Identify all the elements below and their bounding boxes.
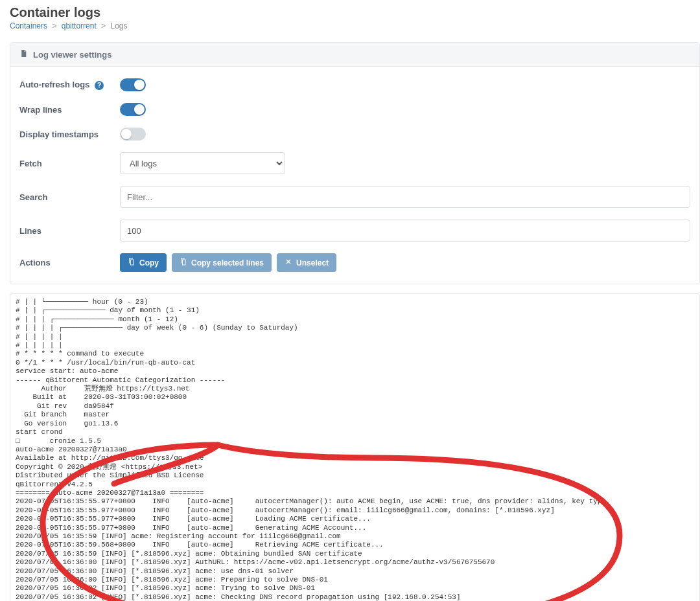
fetch-select[interactable]: All logs — [120, 152, 285, 174]
log-line[interactable]: # | | └────────── hour (0 - 23) — [16, 298, 694, 306]
display-timestamps-label: Display timestamps — [19, 130, 120, 139]
copy-icon — [128, 258, 135, 267]
wrap-lines-label: Wrap lines — [19, 105, 120, 115]
log-line[interactable]: 2020-07-05T16:35:55.977+0800 INFO [auto-… — [16, 506, 694, 515]
close-icon — [285, 258, 292, 267]
wrap-lines-toggle[interactable] — [120, 103, 146, 116]
search-input[interactable] — [120, 186, 690, 208]
actions-label: Actions — [19, 258, 120, 267]
chevron-right-icon: > — [52, 21, 56, 30]
log-line[interactable]: # | | ┌────────────── day of month (1 - … — [16, 306, 694, 315]
copy-button[interactable]: Copy — [120, 253, 167, 272]
log-line[interactable]: 2020-07-05T16:35:55.977+0800 INFO [auto-… — [16, 515, 694, 523]
log-line[interactable]: start crond — [16, 428, 694, 437]
log-viewer-settings-panel: Log viewer settings Auto-refresh logs ? … — [10, 42, 700, 284]
log-line[interactable]: Built at 2020-03-31T03:00:02+0800 — [16, 393, 694, 402]
log-line[interactable]: 0 */1 * * * /usr/local/bin/run-qb-auto-c… — [16, 359, 694, 367]
page-title: Container logs — [10, 5, 700, 20]
document-icon — [19, 49, 28, 60]
log-line[interactable]: 2020-07-05T16:35:55.977+0800 INFO [auto-… — [16, 497, 694, 506]
log-line[interactable]: Distributed under the Simplified BSD Lic… — [16, 471, 694, 480]
log-output[interactable]: # | | └────────── hour (0 - 23)# | | ┌──… — [10, 293, 700, 601]
log-line[interactable]: Author 荒野無燈 https://ttys3.net — [16, 385, 694, 393]
log-line[interactable]: Available at http://github.com/ttys3/go-… — [16, 454, 694, 462]
log-line[interactable]: Go version go1.13.6 — [16, 420, 694, 428]
copy-selected-lines-button[interactable]: Copy selected lines — [172, 253, 272, 272]
copy-selected-button-label: Copy selected lines — [191, 258, 264, 267]
breadcrumb-containers[interactable]: Containers — [10, 21, 47, 30]
lines-input[interactable] — [120, 220, 690, 242]
log-line[interactable]: □ cronie 1.5.5 — [16, 437, 694, 446]
log-line[interactable]: 2020/07/05 16:36:00 [INFO] [*.818596.xyz… — [16, 576, 694, 584]
help-icon[interactable]: ? — [95, 81, 104, 90]
search-label: Search — [19, 192, 120, 202]
log-line[interactable]: 2020/07/05 16:36:00 [INFO] [*.818596.xyz… — [16, 558, 694, 567]
log-line[interactable]: auto-acme 20200327@71a13a0 — [16, 446, 694, 454]
log-line[interactable]: service start: auto-acme — [16, 367, 694, 376]
log-line[interactable]: qBittorrent v4.2.5 — [16, 481, 694, 489]
log-line[interactable]: 2020/07/05 16:36:02 [INFO] [*.818596.xyz… — [16, 584, 694, 593]
log-line[interactable]: # | | | ┌────────────── month (1 - 12) — [16, 315, 694, 324]
copy-button-label: Copy — [139, 258, 159, 267]
log-line[interactable]: 2020-07-05T16:35:55.977+0800 INFO [auto-… — [16, 524, 694, 532]
log-line[interactable]: ======== auto-acme 20200327@71a13a0 ====… — [16, 489, 694, 497]
panel-header-label: Log viewer settings — [33, 50, 111, 60]
log-line[interactable]: 2020/07/05 16:36:02 [INFO] [*.818596.xyz… — [16, 593, 694, 601]
breadcrumb: Containers > qbittorrent > Logs — [10, 21, 700, 30]
log-line[interactable]: # | | | | ┌────────────── day of week (0… — [16, 324, 694, 332]
chevron-right-icon: > — [101, 21, 106, 30]
log-line[interactable]: Copyright © 2020 荒野無燈 <https://ttys3.net… — [16, 463, 694, 471]
lines-label: Lines — [19, 226, 120, 236]
unselect-button[interactable]: Unselect — [277, 253, 336, 272]
auto-refresh-label: Auto-refresh logs ? — [19, 80, 120, 90]
auto-refresh-toggle[interactable] — [120, 78, 146, 91]
breadcrumb-current: Logs — [110, 21, 127, 30]
log-line[interactable]: 2020-07-05T16:35:59.568+0800 INFO [auto-… — [16, 541, 694, 549]
log-line[interactable]: Git branch master — [16, 411, 694, 419]
panel-header: Log viewer settings — [10, 43, 699, 67]
unselect-button-label: Unselect — [296, 258, 329, 267]
fetch-label: Fetch — [19, 159, 120, 168]
copy-icon — [180, 258, 187, 267]
log-line[interactable]: 2020/07/05 16:36:00 [INFO] [*.818596.xyz… — [16, 567, 694, 576]
display-timestamps-toggle[interactable] — [120, 128, 146, 141]
log-line[interactable]: 2020/07/05 16:35:59 [INFO] [*.818596.xyz… — [16, 550, 694, 558]
log-line[interactable]: # | | | | | — [16, 341, 694, 350]
log-line[interactable]: 2020/07/05 16:35:59 [INFO] acme: Registe… — [16, 532, 694, 541]
log-line[interactable]: # * * * * * command to execute — [16, 350, 694, 358]
log-line[interactable]: # | | | | | — [16, 333, 694, 341]
breadcrumb-container-name[interactable]: qbittorrent — [62, 21, 97, 30]
log-line[interactable]: ------ qBittorent Automatic Categorizati… — [16, 376, 694, 385]
log-line[interactable]: Git rev da9584f — [16, 402, 694, 411]
